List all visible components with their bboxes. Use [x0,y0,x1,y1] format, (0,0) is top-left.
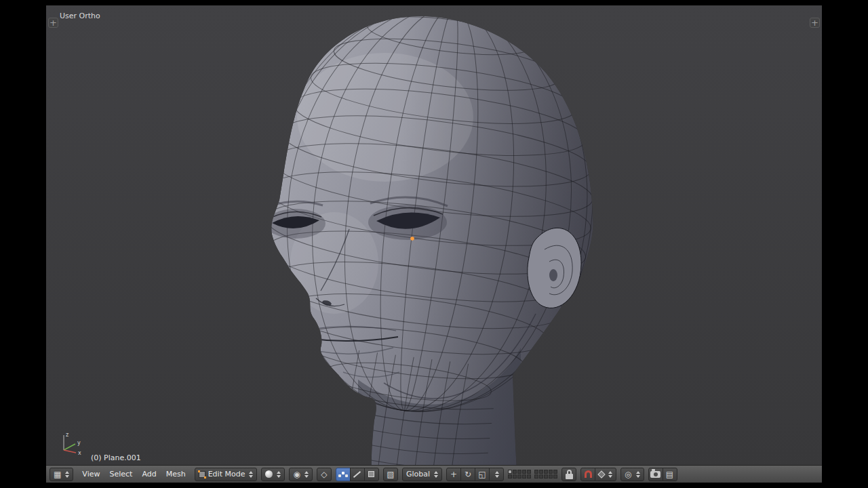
chevron-updown-icon [434,471,438,478]
editor-type-icon: ▦ [54,470,61,479]
manipulate-centers-button[interactable]: ◇ [317,468,332,481]
layer-cell[interactable] [534,470,538,474]
menu-add[interactable]: Add [137,470,161,479]
viewport-header: ▦ View Select Add Mesh Edit Mode ◉ [46,465,822,483]
menu-mesh[interactable]: Mesh [161,470,191,479]
layer-cell[interactable] [534,474,538,479]
translate-manipulator-button[interactable]: + [446,468,461,481]
mode-label: Edit Mode [208,470,245,479]
toolshelf-expand-icon[interactable]: + [48,18,58,28]
rotate-manipulator-button[interactable]: ↻ [460,468,475,481]
layer-grid-2[interactable] [534,470,557,479]
axis-gizmo: z y x [57,430,84,457]
layer-grid-1[interactable] [508,470,531,479]
menu-bar: View Select Add Mesh [77,470,190,479]
lock-icon [566,470,573,479]
proportional-icon: ◎ [625,470,631,479]
rotate-icon: ↻ [465,470,471,479]
layer-cell[interactable] [527,474,531,479]
ear [528,228,581,308]
layer-cell[interactable] [549,474,553,479]
snap-element-icon [597,470,605,478]
head-mesh [46,5,822,465]
blender-window: User Ortho + + [46,5,822,483]
proportional-edit-dropdown[interactable]: ◎ [620,468,644,481]
layer-cell[interactable] [522,474,526,479]
face-icon [368,471,374,477]
scale-icon: ◱ [478,470,486,479]
properties-expand-icon[interactable]: + [810,18,820,28]
layer-cell[interactable] [539,474,543,479]
vertex-select-button[interactable] [336,468,351,481]
opengl-render-button[interactable] [648,468,663,481]
pivot-icon: ◉ [293,470,300,479]
chevron-updown-icon [277,471,281,478]
layer-cell[interactable] [522,470,526,474]
face-select-button[interactable] [364,468,379,481]
snap-magnet-button[interactable] [580,468,595,481]
film-strip-icon: ▤ [666,470,673,479]
orientation-dropdown[interactable]: Global [402,468,442,481]
chevron-updown-icon [608,471,612,478]
chevron-updown-icon [65,471,69,478]
select-mode-group [336,468,379,481]
edge-icon [353,471,361,478]
editor-type-button[interactable]: ▦ [50,468,73,481]
3d-viewport[interactable]: User Ortho + + [46,5,822,465]
layer-cell[interactable] [508,474,512,479]
axis-x-label: x [78,450,81,456]
snap-group [580,468,616,481]
scale-manipulator-button[interactable]: ◱ [475,468,490,481]
selected-vertex[interactable] [410,237,414,241]
chevron-updown-icon [636,471,640,478]
magnet-icon [585,470,592,478]
menu-view[interactable]: View [77,470,104,479]
pivot-dropdown[interactable]: ◉ [289,468,312,481]
edit-mode-icon [199,471,205,478]
layer-cell[interactable] [553,474,557,479]
lock-button[interactable] [561,468,576,481]
camera-icon [650,471,660,478]
translate-icon: + [450,470,457,479]
chevron-updown-icon [304,471,309,478]
snap-target-dropdown[interactable] [595,468,616,481]
menu-select[interactable]: Select [104,470,137,479]
mode-dropdown[interactable]: Edit Mode [195,468,258,481]
render-group: ▤ [648,468,677,481]
layer-cell[interactable] [527,470,531,474]
axis-z-label: z [66,432,68,438]
chevron-updown-icon [495,471,499,478]
layer-cell[interactable] [508,470,512,474]
layers [508,470,557,479]
layer-cell[interactable] [517,470,521,474]
center-points-icon: ◇ [321,470,327,479]
vertex-icon [342,472,344,474]
edge-select-button[interactable] [350,468,365,481]
occlude-icon: ▧ [387,470,394,479]
axis-y-label: y [77,440,81,446]
active-object-info: (0) Plane.001 [91,453,141,462]
layer-cell[interactable] [513,470,517,474]
layer-cell[interactable] [517,474,521,479]
occlude-geometry-button[interactable]: ▧ [383,468,398,481]
layer-cell[interactable] [513,474,517,479]
layer-cell[interactable] [553,470,557,474]
solid-shading-icon [265,470,273,478]
opengl-render-anim-button[interactable]: ▤ [663,468,677,481]
orientation-label: Global [406,470,430,479]
layer-cell[interactable] [544,470,548,474]
chevron-updown-icon [249,471,253,478]
video-frame: User Ortho + + [0,0,868,488]
view-mode-label: User Ortho [60,12,100,20]
layer-cell[interactable] [544,474,548,479]
layer-cell[interactable] [549,470,553,474]
layer-cell[interactable] [539,470,543,474]
manipulator-axis-dropdown[interactable] [489,468,504,481]
manipulator-group: + ↻ ◱ [446,468,504,481]
shading-dropdown[interactable] [261,468,285,481]
